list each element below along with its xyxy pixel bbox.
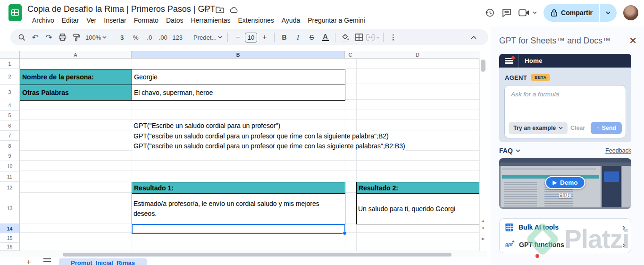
row-header-15[interactable]: 15 (0, 233, 20, 243)
scroll-up-button[interactable]: ▲ (480, 217, 486, 224)
star-icon[interactable]: ☆ (203, 6, 210, 14)
sheets-logo-icon[interactable] (8, 4, 22, 21)
column-header-B[interactable]: B (132, 51, 345, 59)
cell-A2[interactable]: Nombre de la persona: (20, 69, 132, 85)
menu-insertar[interactable]: Insertar (100, 16, 130, 25)
menu-ayuda[interactable]: Ayuda (278, 16, 304, 25)
scroll-right-button[interactable]: ▶ (480, 235, 486, 242)
row-header-14[interactable]: 14 (0, 224, 20, 233)
video-call-icon[interactable] (519, 9, 537, 17)
vertical-scrollbar[interactable] (481, 60, 485, 72)
format-percent-button[interactable]: % (129, 31, 142, 43)
menu-formato[interactable]: Formato (130, 16, 162, 25)
menu-archivo[interactable]: Archivo (28, 16, 58, 25)
number-format-style-select[interactable]: Predet... (192, 31, 224, 43)
row-header-12[interactable]: 12 (0, 182, 20, 193)
share-options-caret[interactable] (600, 4, 617, 22)
row-header-16[interactable]: 16 (0, 243, 20, 251)
hide-menus-button[interactable] (467, 31, 480, 43)
comments-icon[interactable] (502, 8, 512, 18)
row-header-5[interactable]: 5 (0, 111, 20, 120)
menu-extensiones[interactable]: Extensiones (234, 16, 277, 25)
add-sheet-button[interactable]: + (26, 257, 31, 265)
text-color-button[interactable]: A (319, 31, 332, 43)
row-header-9[interactable]: 9 (0, 151, 20, 161)
decrease-decimals-button[interactable]: .0 (143, 31, 156, 43)
horizontal-scrollbar[interactable] (63, 253, 452, 256)
cell-B12[interactable]: Resultado 1: (132, 182, 345, 194)
increase-font-size-button[interactable]: + (258, 31, 271, 43)
column-header-C[interactable]: C (345, 51, 356, 59)
redo-button[interactable]: ↷ (42, 31, 55, 43)
format-currency-button[interactable]: $ (116, 31, 128, 43)
bold-button[interactable]: B (278, 31, 291, 43)
close-icon[interactable]: ✕ (629, 36, 637, 45)
menu-preguntar-a-gemini[interactable]: Preguntar a Gemini (304, 16, 368, 25)
decrease-font-size-button[interactable]: − (231, 31, 244, 43)
cell-A3[interactable]: Otras Palabras (20, 85, 132, 101)
faq-toggle[interactable]: FAQ (499, 147, 520, 154)
more-formats-button[interactable]: 123 (170, 31, 184, 43)
try-example-button[interactable]: Try an example (509, 122, 568, 134)
menu-herramientas[interactable]: Herramientas (187, 16, 234, 25)
menu-editar[interactable]: Editar (58, 16, 83, 25)
gpt-functions-item[interactable]: gpt✦ GPT functions › (500, 236, 631, 253)
move-folder-icon[interactable] (216, 7, 224, 13)
menu-ver[interactable]: Ver (83, 16, 100, 25)
increase-decimals-button[interactable]: .00 (157, 31, 169, 43)
demo-video-thumbnail[interactable]: ▶Demo Hide (499, 158, 631, 209)
clear-button[interactable]: Clear (570, 125, 585, 131)
feedback-link[interactable]: Feedback (605, 147, 631, 154)
hide-video-link[interactable]: Hide (559, 192, 571, 198)
italic-button[interactable]: I (292, 31, 304, 43)
column-header-A[interactable]: A (20, 51, 132, 59)
cell-B7[interactable]: GPT("escribe un saludo cordial para un p… (133, 131, 389, 141)
share-button[interactable]: Compartir (544, 4, 617, 22)
column-header-D[interactable]: D (356, 51, 479, 59)
zoom-select[interactable]: 100% (84, 31, 109, 43)
fill-color-button[interactable] (339, 31, 351, 43)
row-header-2[interactable]: 2 (0, 69, 20, 85)
cell-B6[interactable]: GPT("Escribe un saludo cordial para un p… (133, 120, 280, 131)
row-header-3[interactable]: 3 (0, 85, 20, 100)
row-header-8[interactable]: 8 (0, 141, 20, 151)
demo-play-button[interactable]: ▶Demo (545, 176, 585, 189)
history-icon[interactable] (485, 8, 495, 18)
select-all-corner[interactable] (0, 51, 20, 59)
bulk-ai-tools-item[interactable]: Bulk AI tools › (500, 219, 631, 236)
cell-B3[interactable]: El chavo, superman, heroe (132, 85, 345, 101)
search-menus-button[interactable] (15, 31, 28, 43)
cell-B13[interactable]: Estimado/a profesor/a, le envío un cordi… (132, 193, 345, 224)
selected-cell-B14[interactable] (132, 224, 345, 234)
fill-handle[interactable] (343, 231, 347, 235)
row-header-7[interactable]: 7 (0, 131, 20, 141)
borders-button[interactable] (352, 31, 365, 43)
font-size-input[interactable]: 10 (245, 33, 257, 43)
send-button[interactable]: ↑Send (591, 122, 622, 134)
cell-D13[interactable]: Un saludo para ti, querido Georgi (356, 193, 479, 224)
undo-button[interactable]: ↶ (29, 31, 42, 43)
menu-datos[interactable]: Datos (162, 16, 187, 25)
sheet-tab-active[interactable]: Prompt_Inicial_Rimas (59, 258, 147, 265)
formula-prompt-input[interactable]: Ask for a formula Try an example Clear ↑… (504, 85, 626, 138)
cell-D12[interactable]: Resultado 2: (356, 182, 479, 194)
row-header-11[interactable]: 11 (0, 171, 20, 182)
row-header-6[interactable]: 6 (0, 120, 20, 131)
menu-icon[interactable] (505, 58, 513, 64)
paint-format-button[interactable] (70, 31, 83, 43)
cloud-status-icon[interactable] (230, 7, 239, 13)
row-header-1[interactable]: 1 (0, 59, 20, 69)
print-button[interactable] (56, 31, 69, 43)
row-header-13[interactable]: 13 (0, 193, 20, 224)
cell-B2[interactable]: Georgie (132, 69, 345, 85)
strikethrough-button[interactable]: S (305, 31, 318, 43)
cell-B8[interactable]: GPT("escribe un saludo cordial para un p… (133, 141, 405, 151)
more-toolbar-button[interactable]: ⋮ (387, 31, 400, 43)
row-header-10[interactable]: 10 (0, 161, 20, 171)
scroll-down-button[interactable]: ▼ (480, 225, 486, 231)
account-avatar[interactable] (623, 5, 638, 20)
row-header-4[interactable]: 4 (0, 100, 20, 111)
all-sheets-button[interactable] (43, 258, 51, 264)
merge-cells-button[interactable] (366, 31, 380, 43)
document-title[interactable]: Copia de Desafío la Rima | Primeros Paso… (27, 4, 216, 14)
